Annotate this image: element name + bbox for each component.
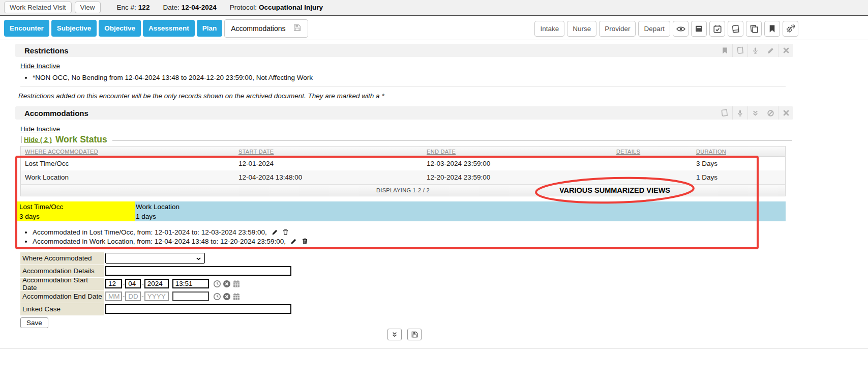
save-section-button[interactable] — [407, 329, 422, 340]
bottom-action-buttons — [387, 329, 422, 340]
enc-value: 122 — [138, 4, 150, 11]
cell-where: Work Location — [21, 173, 234, 181]
work-status-hide-toggle[interactable]: Hide ( 2 ) — [24, 136, 52, 143]
restrictions-title: Restrictions — [24, 46, 69, 55]
start-year-input[interactable] — [144, 279, 169, 288]
form-row-where: Where Accommodated — [20, 252, 291, 265]
restrictions-hide-inactive-link[interactable]: Hide Inactive — [20, 62, 60, 70]
bar-value: 1 days — [136, 212, 786, 221]
provider-button[interactable]: Provider — [599, 21, 636, 37]
bookmark-icon[interactable] — [717, 44, 732, 57]
eye-icon[interactable] — [673, 21, 689, 37]
start-month-input[interactable] — [105, 279, 122, 288]
clear-date-icon[interactable] — [223, 293, 231, 301]
end-day-input[interactable] — [125, 291, 141, 301]
clock-icon[interactable] — [213, 293, 221, 301]
clear-date-icon[interactable] — [223, 280, 231, 288]
tab-assessment[interactable]: Assessment — [143, 20, 195, 37]
trash-icon[interactable] — [302, 238, 308, 247]
bar-value: 3 days — [19, 212, 135, 221]
table-pagination: DISPLAYING 1-2 / 2 — [21, 184, 785, 196]
column-end-date[interactable]: END DATE — [423, 149, 612, 155]
date-separator: - — [141, 293, 143, 300]
tab-objective[interactable]: Objective — [99, 20, 141, 37]
encounter-date: Date:12-04-2024 — [163, 4, 216, 11]
nurse-button[interactable]: Nurse — [567, 21, 596, 37]
form-row-start-date: Accommodation Start Date - - — [20, 277, 291, 290]
linked-case-input[interactable] — [105, 304, 291, 314]
work-status-legend: Hide ( 2 ) Work Status — [21, 134, 792, 145]
table-header-row: WHERE ACCOMMODATED START DATE END DATE D… — [21, 147, 785, 157]
column-where-accommodated[interactable]: WHERE ACCOMMODATED — [21, 149, 234, 155]
where-accommodated-select[interactable] — [105, 253, 205, 264]
cell-start: 12-04-2024 13:48:00 — [234, 173, 423, 181]
close-icon[interactable] — [778, 106, 793, 120]
copy-icon[interactable] — [746, 21, 762, 37]
floppy-save-icon — [411, 331, 418, 338]
view-button[interactable]: View — [75, 2, 101, 13]
date-separator: - — [123, 293, 125, 300]
microphone-icon[interactable] — [747, 44, 763, 57]
pencil-icon[interactable] — [272, 229, 278, 238]
work-status-title: Work Status — [55, 134, 107, 145]
calendar-icon[interactable] — [232, 280, 241, 288]
calendar-icon[interactable] — [232, 293, 241, 301]
book-icon[interactable] — [728, 21, 743, 37]
column-start-date[interactable]: START DATE — [234, 149, 423, 155]
date-label: Date: — [163, 4, 179, 11]
collapse-icon[interactable] — [747, 106, 763, 120]
book-icon[interactable] — [732, 44, 747, 57]
start-day-input[interactable] — [125, 279, 141, 288]
accommodation-summary-list: Accommodated in Lost Time/Occ, from: 12-… — [33, 228, 308, 247]
microphone-icon[interactable] — [732, 106, 747, 120]
settings-gears-icon[interactable] — [783, 21, 798, 37]
column-details[interactable]: DETAILS — [612, 149, 692, 155]
clock-icon[interactable] — [213, 280, 221, 288]
column-duration[interactable]: DURATION — [692, 149, 785, 155]
depart-button[interactable]: Depart — [638, 21, 670, 37]
calendar-check-icon[interactable] — [709, 21, 725, 37]
archive-icon[interactable] — [691, 21, 707, 37]
restriction-text: *NON OCC, No Bending from 12-04-2024 13:… — [33, 74, 313, 81]
disable-icon[interactable] — [763, 106, 778, 120]
tab-subjective[interactable]: Subjective — [51, 20, 97, 37]
protocol-value: Occupational Injury — [259, 4, 323, 11]
restrictions-section-header: Restrictions — [15, 44, 793, 57]
save-button[interactable]: Save — [20, 317, 48, 328]
pencil-icon[interactable] — [763, 44, 778, 57]
accommodations-hide-inactive-link[interactable]: Hide Inactive — [20, 125, 60, 133]
tab-accommodations-active[interactable]: Accommodations — [224, 19, 308, 38]
start-time-input[interactable] — [172, 279, 209, 288]
accommodations-section-header: Accommodations — [15, 106, 793, 120]
book-icon[interactable] — [717, 106, 732, 120]
summary-text: Accommodated in Work Location, from: 12-… — [33, 238, 286, 245]
list-item: Accommodated in Work Location, from: 12-… — [33, 238, 308, 247]
work-related-visit-button[interactable]: Work Related Visit — [4, 2, 72, 13]
intake-button[interactable]: Intake — [534, 21, 564, 37]
tab-bar: Encounter Subjective Objective Assessmen… — [0, 17, 868, 40]
legend-rule — [112, 140, 792, 141]
bar-label: Work Location — [136, 202, 786, 212]
collapse-section-button[interactable] — [387, 329, 402, 340]
bookmark-icon[interactable] — [764, 21, 780, 37]
end-month-input[interactable] — [105, 291, 122, 301]
active-tab-label: Accommodations — [231, 24, 285, 33]
trash-icon[interactable] — [282, 228, 289, 238]
pencil-icon[interactable] — [290, 238, 297, 247]
work-related-visit-page: Work Related Visit View Enc #:122 Date:1… — [0, 0, 868, 379]
table-row[interactable]: Lost Time/Occ 12-01-2024 12-03-2024 23:5… — [21, 157, 785, 170]
end-time-input[interactable] — [172, 291, 209, 301]
cell-duration: 1 Days — [692, 173, 785, 181]
close-icon[interactable] — [778, 44, 793, 57]
accommodations-header-icons — [717, 106, 793, 120]
restrictions-note: Restrictions added on this encounter wil… — [18, 92, 384, 100]
encounter-number: Enc #:122 — [117, 4, 150, 11]
tab-plan[interactable]: Plan — [197, 20, 223, 37]
where-accommodated-label: Where Accommodated — [20, 252, 104, 265]
floppy-save-icon — [293, 23, 302, 34]
accommodation-details-input[interactable] — [105, 266, 291, 276]
table-row[interactable]: Work Location 12-04-2024 13:48:00 12-20-… — [21, 170, 785, 184]
tab-encounter[interactable]: Encounter — [4, 20, 49, 37]
end-year-input[interactable] — [144, 291, 169, 301]
double-chevron-down-icon — [391, 331, 398, 338]
